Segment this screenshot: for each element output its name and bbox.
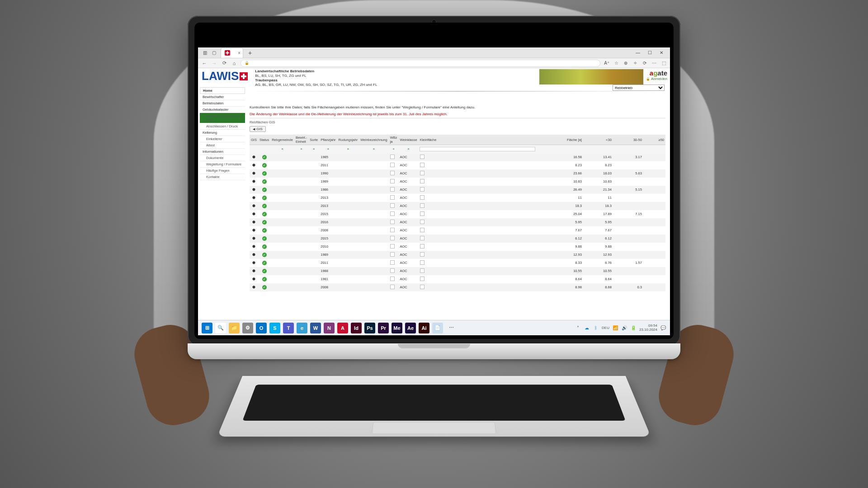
window-maximize[interactable]: ☐ [644,47,656,58]
addrbar-icon-1[interactable]: ☆ [613,60,620,67]
taskbar-outlook-icon[interactable]: O [256,323,267,333]
wbz-checkbox[interactable] [390,155,395,159]
window-close[interactable]: ✕ [656,47,667,58]
col-11[interactable]: Fläche [a] [536,135,583,145]
home-icon[interactable]: ⌂ [231,60,238,67]
menu-item-10[interactable]: Wegleitung / Formulare [200,161,245,168]
gis-map-icon[interactable] [250,283,258,291]
col-1[interactable]: Status [258,135,270,145]
wbz-checkbox[interactable] [390,285,395,289]
kleinflaeche-checkbox[interactable] [420,285,425,289]
filter-clear-2[interactable]: × [270,145,294,153]
taskbar-teams-icon[interactable]: T [283,323,294,333]
reload-icon[interactable]: ⟳ [221,60,228,67]
gis-map-icon[interactable] [250,218,258,226]
wbz-checkbox[interactable] [390,171,395,175]
kleinflaeche-checkbox[interactable] [420,179,425,183]
new-tab-button[interactable]: + [245,48,255,58]
taskbar-acrobat-icon[interactable]: A [337,323,348,333]
kleinflaeche-checkbox[interactable] [420,187,425,192]
wbz-checkbox[interactable] [390,236,395,240]
gis-map-icon[interactable] [250,153,258,161]
filter-clear-3[interactable]: × [294,145,308,153]
col-8[interactable]: WBz ja [389,135,399,145]
taskbar-overflow-icon[interactable]: ⋯ [446,323,457,333]
col-10[interactable]: Kleinfläche [419,135,537,145]
tray-notifications-icon[interactable]: 💬 [660,325,666,331]
wbz-checkbox[interactable] [390,228,395,232]
col-14[interactable]: ≥50 [643,135,665,145]
gis-map-icon[interactable] [250,267,258,275]
gis-map-icon[interactable] [250,259,258,267]
window-minimize[interactable]: — [632,47,644,58]
kleinflaeche-checkbox[interactable] [420,244,425,249]
addrbar-icon-5[interactable]: ⋯ [651,60,658,67]
col-13[interactable]: 30-50 [613,135,643,145]
kleinflaeche-checkbox[interactable] [420,260,425,265]
wbz-checkbox[interactable] [390,220,395,224]
menu-item-4[interactable]: Abschliessen / Druck [200,123,245,130]
col-0[interactable]: GIS [250,135,258,145]
kleinflaeche-checkbox[interactable] [420,268,425,273]
addrbar-icon-0[interactable]: A⁺ [603,60,610,67]
gis-map-icon[interactable] [250,186,258,194]
taskbar-after-effects-icon[interactable]: Ae [405,323,416,333]
wbz-checkbox[interactable] [390,179,395,183]
tab-overview-icon[interactable]: ▢ [210,49,218,57]
tray-chevron-icon[interactable]: ˄ [575,325,581,331]
gis-map-icon[interactable] [250,275,258,283]
addrbar-icon-3[interactable]: ✧ [632,60,639,67]
kleinflaeche-checkbox[interactable] [420,171,425,175]
filter-clear-5[interactable]: × [319,145,337,153]
wbz-checkbox[interactable] [390,252,395,257]
tab-close-icon[interactable]: × [238,51,241,56]
wbz-checkbox[interactable] [390,163,395,167]
kleinflaeche-checkbox[interactable] [420,163,425,167]
menu-item-12[interactable]: Kontakte [200,174,245,180]
logout-link[interactable]: Abmelden [646,77,667,81]
tray-volume-icon[interactable]: 🔊 [621,325,627,331]
taskbar-explorer-icon[interactable]: 📁 [229,323,240,333]
menu-home[interactable]: Home [200,87,245,94]
col-5[interactable]: Pflanzjahr [319,135,337,145]
gis-map-icon[interactable] [250,235,258,243]
wbz-checkbox[interactable] [390,211,395,216]
taskbar-illustrator-icon[interactable]: Ai [419,323,429,333]
lawis-logo[interactable]: LAWIS [202,69,248,83]
taskbar-edge-icon[interactable]: e [297,323,307,333]
kleinflaeche-checkbox[interactable] [420,252,425,257]
context-select[interactable]: Rebbetrieb [613,84,665,91]
taskbar-settings-icon[interactable]: ⚙ [242,323,253,333]
filter-clear-8[interactable]: × [389,145,399,153]
col-12[interactable]: <30 [583,135,613,145]
url-input[interactable]: 🔒 [241,60,600,67]
gis-map-icon[interactable] [250,178,258,186]
taskbar-start-icon[interactable]: ⊞ [202,323,212,333]
taskbar-media-encoder-icon[interactable]: Me [392,323,402,333]
taskbar-search-icon[interactable]: 🔍 [215,323,226,333]
menu-item-2[interactable]: Gebäudekataster [200,107,245,113]
kleinflaeche-checkbox[interactable] [420,236,425,240]
sidebar-toggle-icon[interactable]: ▥ [201,49,209,57]
tray-cloud-icon[interactable]: ☁ [584,325,590,331]
wbz-checkbox[interactable] [390,203,395,208]
gis-map-icon[interactable] [250,202,258,210]
tray-wifi-icon[interactable]: 📶 [612,325,618,331]
taskbar-photoshop-icon[interactable]: Ps [364,323,375,333]
wbz-checkbox[interactable] [390,244,395,249]
context-dropdown[interactable]: Rebbetrieb [613,84,665,91]
filter-clear-6[interactable]: × [337,145,359,153]
wbz-checkbox[interactable] [390,277,395,281]
wbz-checkbox[interactable] [390,260,395,265]
col-7[interactable]: Weinbezeichnung [359,135,389,145]
col-3[interactable]: Bewirt.-Einheit [294,135,308,145]
col-9[interactable]: Weinklasse [398,135,418,145]
menu-item-9[interactable]: Dokumente [200,155,245,161]
addrbar-icon-6[interactable]: ⬚ [660,60,667,67]
agate-logo[interactable]: agate [646,69,667,77]
tray-bluetooth-icon[interactable]: ᛒ [593,325,599,331]
taskbar-clock[interactable]: 09:54 23.10.2024 [639,324,657,332]
tray-battery-icon[interactable]: 🔋 [630,325,637,331]
kleinflaeche-checkbox[interactable] [420,228,425,232]
kleinflaeche-checkbox[interactable] [420,277,425,281]
